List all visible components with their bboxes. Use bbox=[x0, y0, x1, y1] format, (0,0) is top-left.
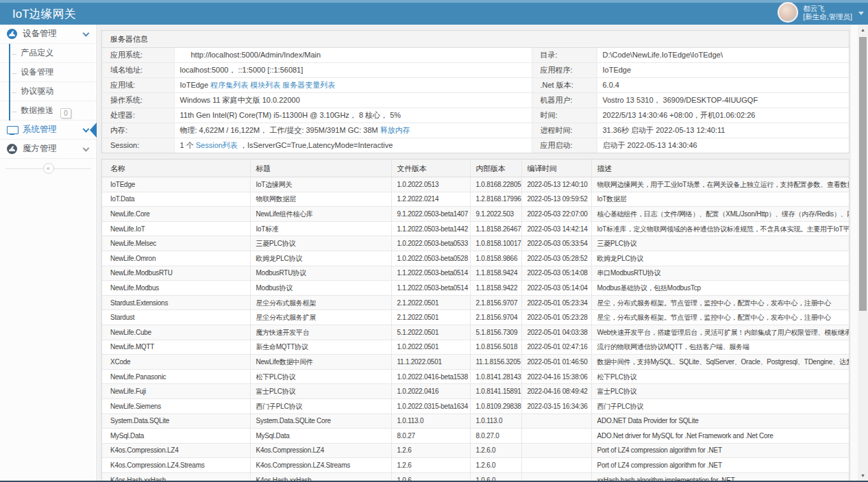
server-info-row: 应用域:IoTEdge 程序集列表 模块列表 服务器变量列表.Net 版本:6.… bbox=[102, 78, 849, 93]
sidebar-item-产品定义[interactable]: –产品定义 bbox=[0, 44, 97, 63]
scrollbar-down-arrow[interactable]: ▼ bbox=[858, 470, 868, 481]
module-cell: 1.1.2022.0503-beta0514 bbox=[391, 281, 470, 296]
module-cell: 1.0.2022.0503-beta0528 bbox=[391, 251, 470, 266]
chevron-down-icon bbox=[83, 125, 90, 132]
vertical-scrollbar[interactable]: ▲ ▼ bbox=[858, 25, 868, 482]
module-row: IoTEdgeIoT边缘网关1.0.2022.05131.0.8168.2280… bbox=[102, 177, 850, 192]
field-label: 内存: bbox=[102, 123, 174, 138]
module-row: K4os.Compression.LZ4K4os.Compression.LZ4… bbox=[102, 443, 850, 458]
field-label: 域名地址: bbox=[102, 63, 174, 78]
module-cell: 星尘分布式服务框架 bbox=[250, 295, 391, 310]
module-cell: NewLife.ModbusRTU bbox=[102, 266, 250, 281]
field-value: Windows 11 家庭中文版 10.0.22000 bbox=[174, 93, 532, 108]
scrollbar-gutter bbox=[851, 25, 858, 482]
module-cell: 1.0.8109.29838 bbox=[470, 398, 521, 414]
module-cell: 1.1.8158.9424 bbox=[470, 266, 521, 281]
module-cell: 西门子PLC协议 bbox=[250, 398, 391, 414]
module-row: NewLife.Panasonic松下PLC协议1.0.2022.0416-be… bbox=[102, 369, 850, 384]
module-cell: 2.1.8156.9707 bbox=[470, 295, 521, 310]
user-menu[interactable]: 都云飞 [新生命,管理员] bbox=[778, 2, 864, 23]
inline-link[interactable]: 服务器变量列表 bbox=[282, 81, 335, 89]
module-cell bbox=[521, 443, 591, 458]
dash-icon: – bbox=[12, 107, 16, 115]
module-cell: 1.2.6.0 bbox=[470, 458, 521, 473]
sidebar-item-label: 协议驱动 bbox=[21, 86, 53, 97]
field-value: 启动于 2022-05-13 14:30:46 bbox=[597, 138, 849, 153]
field-value: 物理: 4,622M / 16,122M， 工作/提交: 395M/391M G… bbox=[174, 123, 532, 138]
module-cell: Port of LZ4 compression algorithm for .N… bbox=[591, 458, 850, 473]
column-header: 标题 bbox=[250, 160, 391, 177]
module-cell: 5.1.2022.0501 bbox=[391, 325, 470, 340]
module-cell: 1.1.8158.9422 bbox=[470, 281, 521, 296]
active-item-marker bbox=[90, 123, 97, 138]
sidebar-item-设备管理[interactable]: –设备管理 bbox=[0, 63, 97, 82]
module-cell: 三菱PLC协议 bbox=[591, 236, 850, 251]
module-cell: MySql.Data bbox=[250, 429, 391, 444]
scrollbar-thumb[interactable] bbox=[859, 37, 867, 311]
module-row: Stardust.Extensions星尘分布式服务框架2.1.2022.050… bbox=[102, 295, 850, 310]
module-cell: NewLife.Siemens bbox=[102, 398, 250, 414]
user-role: [新生命,管理员] bbox=[803, 12, 852, 21]
field-label: 应用启动: bbox=[532, 138, 597, 153]
module-cell: NewLife.IoT bbox=[102, 221, 250, 236]
module-cell: System.Data.SQLite Core bbox=[250, 414, 391, 429]
field-label: .Net 版本: bbox=[532, 78, 597, 93]
sidebar-item-label: 数据推送 bbox=[21, 105, 53, 116]
monitor-icon bbox=[7, 126, 17, 135]
sidebar-collapse-button[interactable]: « bbox=[43, 163, 54, 174]
module-cell: 富士PLC协议 bbox=[250, 384, 391, 399]
user-avatar[interactable] bbox=[778, 2, 798, 23]
module-cell: XCode bbox=[102, 355, 250, 370]
module-cell: 1.2.8168.17996 bbox=[470, 192, 521, 207]
field-value: localhost:5000， ::1:5000 [::1:56081] bbox=[174, 63, 532, 78]
chevron-down-icon bbox=[83, 29, 90, 36]
module-cell: 2022-05-13 09:59:52 bbox=[521, 192, 591, 207]
module-cell: NewLife.Omron bbox=[102, 251, 250, 266]
field-value: D:\Code\NewLife.IoTEdge\IoTEdge\ bbox=[597, 48, 849, 63]
modules-table: 名称标题文件版本内部版本编译时间描述 IoTEdgeIoT边缘网关1.0.202… bbox=[102, 160, 850, 482]
sidebar-item-系统管理[interactable]: 系统管理 bbox=[0, 120, 97, 140]
module-cell: 2022-05-03 05:14:04 bbox=[521, 281, 591, 296]
module-cell: NewLife组件核心库 bbox=[250, 207, 391, 222]
server-info-row: 处理器:11th Gen Intel(R) Core(TM) i5-11300H… bbox=[102, 108, 849, 123]
module-row: NewLife.CoreNewLife组件核心库9.1.2022.0503-be… bbox=[102, 207, 850, 222]
sidebar-item-数据推送[interactable]: –数据推送0 bbox=[0, 101, 97, 120]
sidebar: 设备管理–产品定义–设备管理–协议驱动–数据推送0系统管理魔方管理 « bbox=[0, 25, 97, 482]
main-content: 服务器信息 应用系统:http://localhost:5000/Admin/I… bbox=[98, 25, 858, 482]
module-cell: 1.0.2022.0416 bbox=[391, 384, 470, 399]
column-header: 编译时间 bbox=[521, 160, 591, 177]
server-info-row: 内存:物理: 4,622M / 16,122M， 工作/提交: 395M/391… bbox=[102, 123, 849, 138]
modules-panel: 名称标题文件版本内部版本编译时间描述 IoTEdgeIoT边缘网关1.0.202… bbox=[101, 159, 850, 482]
sidebar-item-魔方管理[interactable]: 魔方管理 bbox=[0, 140, 97, 159]
module-cell: 1.0.8141.15891 bbox=[470, 384, 521, 399]
scrollbar-up-arrow[interactable]: ▲ bbox=[858, 25, 868, 35]
module-cell: ADO.NET Data Provider for SQLite bbox=[591, 414, 850, 429]
module-row: MySql.DataMySql.Data8.0.278.0.27.0ADO.Ne… bbox=[102, 429, 850, 444]
sidebar-item-协议驱动[interactable]: –协议驱动 bbox=[0, 82, 97, 101]
module-cell bbox=[521, 458, 591, 473]
inline-link[interactable]: 程序集列表 bbox=[210, 81, 248, 89]
module-cell: 1.0.8141.28143 bbox=[470, 369, 521, 384]
module-cell: 物联网边缘网关，用于工业IoT场景，在网关设备上独立运行，支持配置参数、查看数据… bbox=[591, 177, 850, 192]
module-cell: NewLife.MQTT bbox=[102, 340, 250, 355]
sidebar-item-设备管理[interactable]: 设备管理 bbox=[0, 25, 97, 44]
chevron-down-icon bbox=[83, 144, 90, 151]
module-cell: NewLife.Modbus bbox=[102, 281, 250, 296]
module-cell: 2022-05-03 05:14:08 bbox=[521, 266, 591, 281]
module-cell: MySql.Data bbox=[102, 429, 250, 444]
module-cell bbox=[521, 429, 591, 444]
inline-link[interactable]: Session列表 bbox=[196, 141, 238, 149]
field-label: Session: bbox=[102, 138, 174, 153]
module-cell: System.Data.SQLite bbox=[102, 414, 250, 429]
module-cell: NewLife.Fuji bbox=[102, 384, 250, 399]
module-row: NewLife.MQTT新生命MQTT协议1.0.2022.05011.0.81… bbox=[102, 340, 850, 355]
module-cell: 8.0.27.0 bbox=[470, 429, 521, 444]
module-cell: K4os.Compression.LZ4.Streams bbox=[102, 458, 250, 473]
field-value: 2022/5/13 14:30:46 +08:00，开机01.06:02:26 bbox=[597, 108, 849, 123]
inline-link[interactable]: 模块列表 bbox=[250, 81, 280, 89]
module-cell: 2022-05-03 22:07:00 bbox=[521, 207, 591, 222]
module-cell: 欧姆龙PLC协议 bbox=[250, 251, 391, 266]
module-cell: 2022-05-01 05:23:28 bbox=[521, 310, 591, 325]
inline-link[interactable]: 释放内存 bbox=[380, 126, 410, 134]
column-header: 描述 bbox=[591, 160, 850, 177]
